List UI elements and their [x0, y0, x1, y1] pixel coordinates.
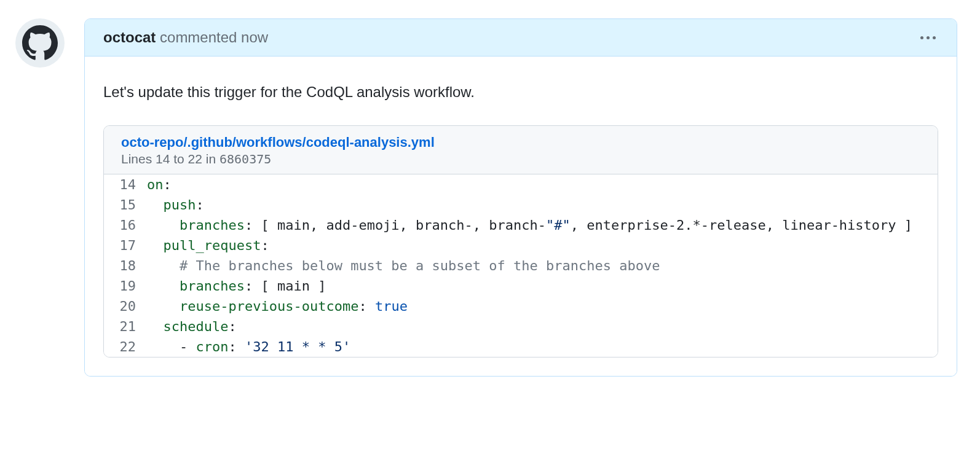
lines-info: Lines 14 to 22 in 6860375	[121, 152, 920, 166]
author-link[interactable]: octocat	[103, 29, 156, 45]
line-code: push:	[147, 195, 938, 215]
comment-container: octocat commented now Let's update this …	[84, 18, 957, 377]
kebab-menu-icon[interactable]	[918, 34, 938, 42]
line-from: 14	[156, 152, 170, 166]
code-line: 15 push:	[104, 195, 938, 215]
snippet-header: octo-repo/.github/workflows/codeql-analy…	[104, 126, 938, 174]
comment-action: commented	[160, 29, 237, 45]
line-to: 22	[188, 152, 202, 166]
line-number[interactable]: 14	[104, 174, 147, 195]
code-scroll[interactable]: 14on:15 push:16 branches: [ main, add-em…	[104, 174, 938, 357]
file-path-link[interactable]: octo-repo/.github/workflows/codeql-analy…	[121, 135, 435, 150]
code-line: 18 # The branches below must be a subset…	[104, 256, 938, 276]
code-line: 14on:	[104, 174, 938, 195]
line-code: # The branches below must be a subset of…	[147, 256, 938, 276]
comment-header-text: octocat commented now	[103, 29, 268, 46]
line-number[interactable]: 21	[104, 316, 147, 337]
line-code: schedule:	[147, 316, 938, 337]
line-code: branches: [ main ]	[147, 276, 938, 296]
code-snippet: octo-repo/.github/workflows/codeql-analy…	[103, 125, 938, 357]
line-number[interactable]: 15	[104, 195, 147, 215]
lines-prefix: Lines	[121, 152, 156, 166]
line-number[interactable]: 20	[104, 296, 147, 316]
comment-text: Let's update this trigger for the CodQL …	[103, 84, 938, 101]
comment-body: Let's update this trigger for the CodQL …	[85, 57, 957, 376]
avatar[interactable]	[15, 18, 65, 68]
comment-header: octocat commented now	[85, 19, 957, 57]
line-number[interactable]: 19	[104, 276, 147, 296]
line-number[interactable]: 16	[104, 215, 147, 235]
line-number[interactable]: 17	[104, 235, 147, 256]
code-line: 17 pull_request:	[104, 235, 938, 256]
line-code: branches: [ main, add-emoji, branch-, br…	[147, 215, 938, 235]
line-code: reuse-previous-outcome: true	[147, 296, 938, 316]
lines-mid: to	[170, 152, 188, 166]
code-line: 20 reuse-previous-outcome: true	[104, 296, 938, 316]
line-number[interactable]: 22	[104, 337, 147, 357]
line-number[interactable]: 18	[104, 256, 147, 276]
code-line: 22 - cron: '32 11 * * 5'	[104, 337, 938, 357]
code-table: 14on:15 push:16 branches: [ main, add-em…	[104, 174, 938, 357]
comment-time[interactable]: now	[241, 29, 268, 45]
line-code: pull_request:	[147, 235, 938, 256]
code-line: 16 branches: [ main, add-emoji, branch-,…	[104, 215, 938, 235]
octocat-icon	[22, 25, 58, 61]
lines-in: in	[202, 152, 219, 166]
code-line: 21 schedule:	[104, 316, 938, 337]
line-code: on:	[147, 174, 938, 195]
line-code: - cron: '32 11 * * 5'	[147, 337, 938, 357]
code-line: 19 branches: [ main ]	[104, 276, 938, 296]
commit-sha[interactable]: 6860375	[219, 152, 271, 166]
